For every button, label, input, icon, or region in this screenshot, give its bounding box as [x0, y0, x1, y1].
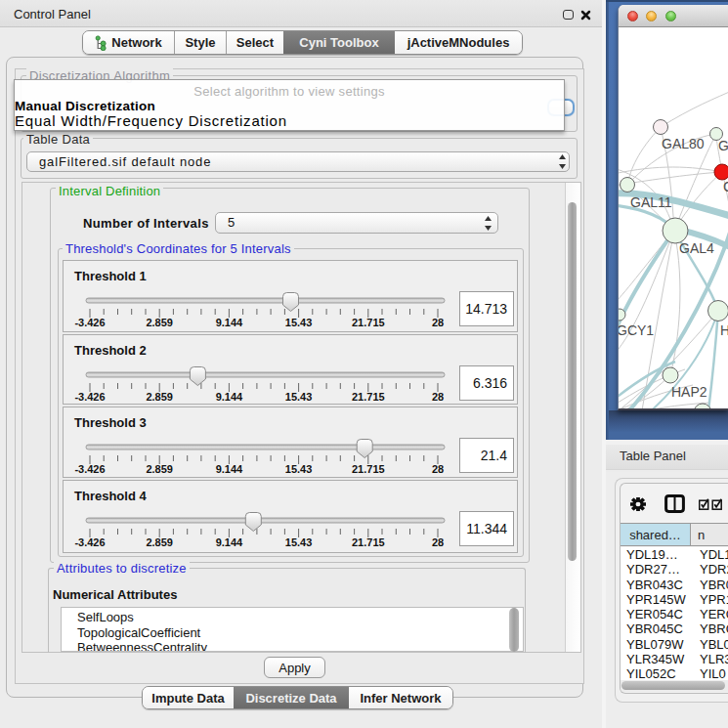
svg-text:15.43: 15.43 — [285, 463, 313, 475]
svg-text:GCY1: GCY1 — [619, 322, 654, 338]
svg-text:GAL80: GAL80 — [662, 136, 705, 151]
svg-text:-3.426: -3.426 — [74, 317, 105, 328]
svg-text:2.859: 2.859 — [146, 463, 173, 475]
svg-text:-3.426: -3.426 — [74, 391, 105, 403]
svg-text:28: 28 — [432, 536, 444, 548]
svg-text:9.144: 9.144 — [216, 536, 243, 548]
svg-text:HAP2: HAP2 — [671, 384, 707, 400]
svg-text:-3.426: -3.426 — [74, 536, 105, 548]
svg-text:GAL11: GAL11 — [630, 194, 672, 210]
svg-text:G.: G. — [718, 138, 728, 153]
svg-text:9.144: 9.144 — [216, 463, 243, 475]
svg-text:2.859: 2.859 — [146, 391, 173, 403]
svg-text:21.715: 21.715 — [352, 391, 385, 403]
svg-text:15.43: 15.43 — [285, 317, 313, 328]
svg-text:28: 28 — [432, 317, 444, 328]
svg-text:21.715: 21.715 — [352, 317, 385, 328]
svg-text:2.859: 2.859 — [146, 317, 173, 328]
svg-text:9.144: 9.144 — [216, 317, 243, 328]
svg-text:C: C — [723, 179, 728, 194]
svg-text:2.859: 2.859 — [146, 536, 173, 548]
svg-text:GAL4: GAL4 — [679, 240, 714, 256]
svg-text:-3.426: -3.426 — [74, 463, 105, 475]
svg-text:21.715: 21.715 — [352, 536, 385, 548]
svg-text:9.144: 9.144 — [216, 391, 243, 403]
svg-text:15.43: 15.43 — [285, 391, 313, 403]
svg-text:H: H — [720, 322, 728, 338]
svg-text:28: 28 — [432, 463, 444, 475]
svg-text:28: 28 — [432, 391, 444, 403]
svg-text:21.715: 21.715 — [352, 463, 385, 475]
svg-text:15.43: 15.43 — [285, 536, 313, 548]
